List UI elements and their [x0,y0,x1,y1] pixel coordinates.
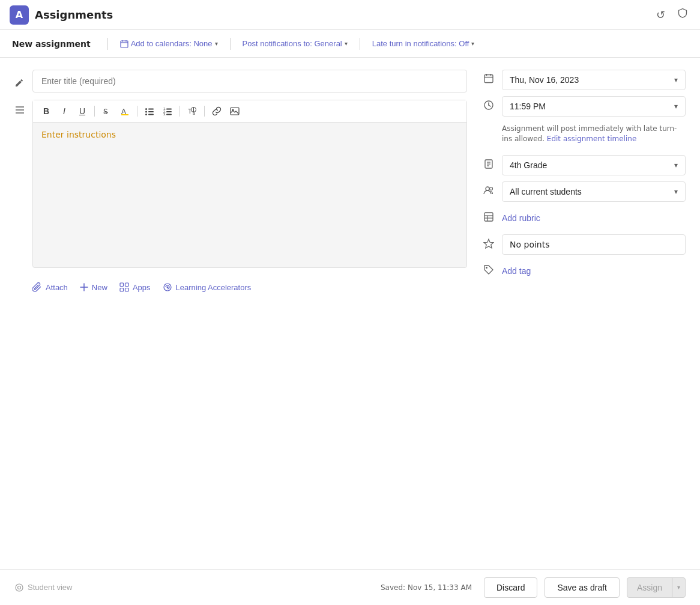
editor-toolbar: B I U S̶ A 1.2.3. [33,100,466,123]
date-dropdown[interactable]: Thu, Nov 16, 2023 ▾ [502,70,686,90]
svg-line-42 [489,105,490,106]
svg-rect-32 [120,288,124,292]
late-turn-dropdown[interactable]: Late turn in notifications: Off ▾ [367,37,480,50]
svg-point-56 [18,586,21,589]
notification-dropdown[interactable]: Post notifications to: General ▾ [238,37,352,50]
page-title: New assignment [12,39,91,49]
discard-button[interactable]: Discard [484,577,537,598]
list-icon[interactable] [14,105,25,118]
points-icon [481,238,496,251]
divider-2 [230,38,231,50]
highlight-button[interactable]: A [116,104,133,118]
svg-point-55 [16,584,23,591]
title-input[interactable] [32,70,467,93]
divider-3 [360,38,360,50]
points-field: No points [502,234,686,255]
chevron-icon: ▾ [345,40,348,47]
assign-wrapper: Assign ▾ [627,577,686,598]
chevron-down-icon: ▾ [674,76,678,84]
underline-button[interactable]: U [74,104,91,118]
students-icon [481,185,496,198]
student-view-button[interactable]: Student view [14,583,72,592]
bullets-button[interactable] [141,104,158,118]
svg-point-12 [145,111,147,113]
sub-header: New assignment Add to calendars: None ▾ … [0,30,700,58]
app-title: Assignments [35,8,113,21]
text-style-button[interactable]: Ta [184,104,201,118]
calendar-icon [481,73,496,87]
saved-text: Saved: Nov 15, 11:33 AM [381,583,472,592]
left-panel: B I U S̶ A 1.2.3. [32,70,467,557]
bottom-toolbar: Attach New Apps Learning Accelerators [32,275,467,294]
italic-button[interactable]: I [56,104,73,118]
numbering-button[interactable]: 1.2.3. [159,104,176,118]
learning-accelerators-button[interactable]: Learning Accelerators [163,280,252,294]
grade-icon [481,159,496,172]
bold-button[interactable]: B [38,104,55,118]
side-icon-col [14,70,25,557]
time-dropdown[interactable]: 11:59 PM ▾ [502,96,686,117]
svg-rect-49 [484,213,493,221]
grade-row: 4th Grade ▾ [481,155,686,175]
toolbar-sep-3 [180,106,180,117]
toolbar-sep-4 [204,106,205,117]
add-tag-button[interactable]: Add tag [502,266,531,276]
svg-rect-9 [121,114,128,115]
shield-button[interactable] [675,5,690,24]
left-panel-outer: B I U S̶ A 1.2.3. [14,70,467,557]
students-row: All current students ▾ [481,181,686,202]
save-draft-button[interactable]: Save as draft [545,577,620,598]
rubric-row: Add rubric [481,208,686,228]
date-row: Thu, Nov 16, 2023 ▾ [481,70,686,90]
footer: Student view Saved: Nov 15, 11:33 AM Dis… [0,569,700,605]
refresh-button[interactable]: ↺ [654,6,668,24]
svg-rect-0 [121,41,128,47]
time-row: 11:59 PM ▾ [481,96,686,117]
editor-body[interactable]: Enter instructions [33,123,466,267]
svg-text:S̶: S̶ [103,108,108,116]
tag-icon [481,264,496,278]
rubric-icon [481,211,496,225]
svg-rect-30 [120,283,124,287]
chevron-icon: ▾ [471,40,474,47]
svg-point-48 [490,187,493,190]
assignment-info: Assignment will post immediately with la… [502,124,686,144]
image-button[interactable] [226,104,243,118]
toolbar-sep-2 [137,106,137,117]
edit-timeline-link[interactable]: Edit assignment timeline [547,135,636,143]
svg-rect-21 [166,114,172,115]
assign-button[interactable]: Assign [627,578,672,597]
svg-point-10 [145,108,147,110]
grade-dropdown[interactable]: 4th Grade ▾ [502,155,686,175]
svg-rect-19 [166,111,172,112]
chevron-down-icon: ▾ [674,187,678,196]
assign-chevron-button[interactable]: ▾ [672,578,685,597]
app-header: A Assignments ↺ [0,0,700,30]
strikethrough-button[interactable]: S̶ [98,104,115,118]
edit-icon[interactable] [14,77,25,90]
calendar-dropdown[interactable]: Add to calendars: None ▾ [115,37,223,50]
new-button[interactable]: New [80,281,107,294]
link-button[interactable] [208,104,225,118]
app-icon: A [10,5,29,25]
svg-text:3.: 3. [163,112,166,116]
svg-marker-53 [484,239,493,248]
right-panel: Thu, Nov 16, 2023 ▾ 11:59 PM ▾ Assignmen… [481,70,686,557]
apps-button[interactable]: Apps [119,280,151,294]
chevron-icon: ▾ [215,40,218,47]
add-rubric-button[interactable]: Add rubric [502,213,540,223]
editor-container: B I U S̶ A 1.2.3. [32,100,467,268]
main-content: B I U S̶ A 1.2.3. [0,58,700,569]
chevron-down-icon: ▾ [674,161,678,169]
svg-rect-15 [148,114,154,115]
svg-point-47 [486,187,489,190]
tag-row: Add tag [481,261,686,281]
attach-button[interactable]: Attach [32,280,68,294]
footer-right: Saved: Nov 15, 11:33 AM Discard Save as … [381,577,686,598]
svg-point-35 [166,287,168,288]
svg-rect-36 [484,75,493,83]
svg-point-14 [145,114,147,115]
divider-1 [107,38,108,50]
svg-rect-33 [125,288,128,292]
students-dropdown[interactable]: All current students ▾ [502,181,686,202]
